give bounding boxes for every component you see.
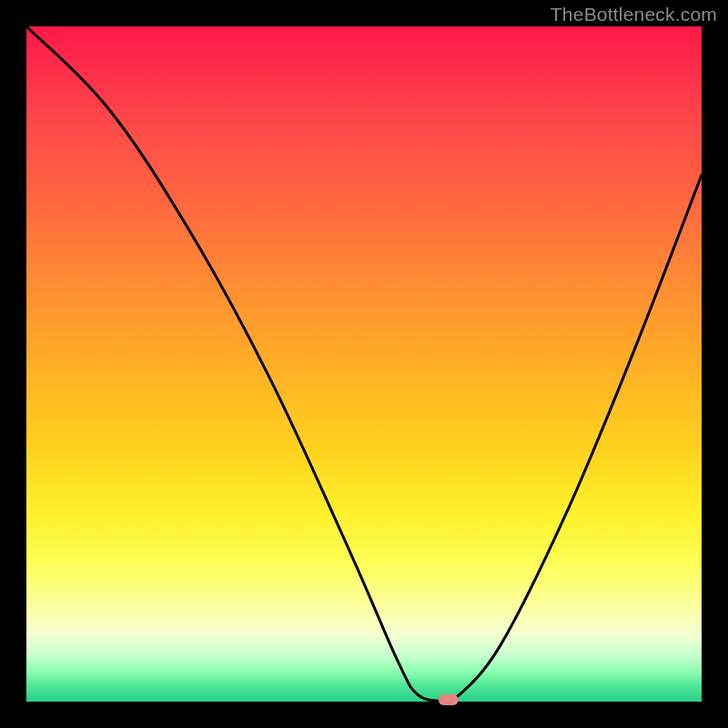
attribution-label: TheBottleneck.com: [551, 4, 717, 25]
optimal-marker: [439, 694, 459, 705]
bottleneck-curve: [26, 26, 702, 706]
chart-svg: [26, 26, 702, 702]
chart-frame: TheBottleneck.com: [0, 0, 728, 728]
plot-area: [26, 26, 702, 702]
